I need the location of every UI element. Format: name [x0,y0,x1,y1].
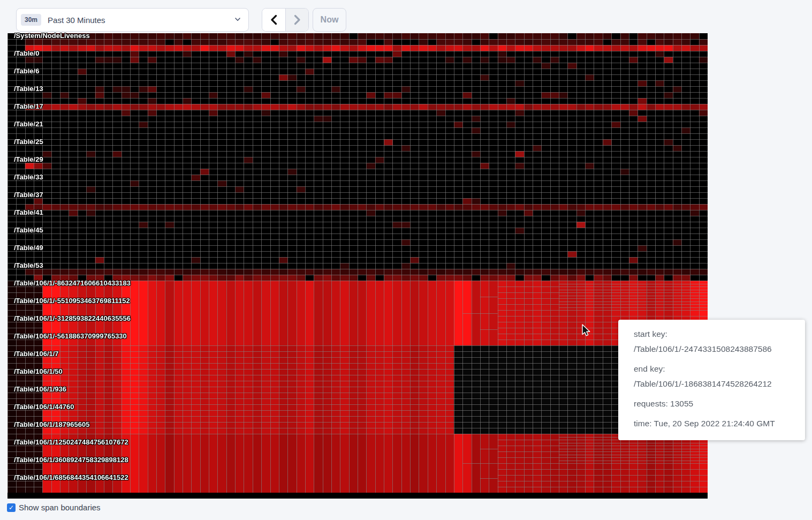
show-span-boundaries-checkbox[interactable]: ✓ [7,503,16,512]
tooltip-requests: requests: 13055 [634,396,796,411]
forward-button[interactable] [285,9,308,31]
tooltip-time: time: Tue, 20 Sep 2022 21:24:40 GMT [634,416,796,431]
tooltip-end-key: end key: /Table/106/1/-18683814745282642… [634,361,796,391]
tooltip-start-key: start key: /Table/106/1/-247433150824388… [634,327,796,357]
check-icon: ✓ [9,504,14,511]
time-range-select[interactable]: 30m Past 30 Minutes [16,8,249,32]
now-button[interactable]: Now [313,8,346,32]
back-button[interactable] [262,9,285,31]
footer: ✓ Show span boundaries [7,503,101,512]
time-range-badge: 30m [21,14,41,26]
time-range-label: Past 30 Minutes [48,16,105,25]
time-nav-group [262,8,309,32]
chevron-right-icon [293,14,301,25]
show-span-boundaries-label: Show span boundaries [19,503,101,512]
cell-tooltip: start key: /Table/106/1/-247433150824388… [618,320,805,440]
chevron-down-icon [234,16,241,22]
toolbar: 30m Past 30 Minutes Now [0,0,812,33]
chevron-left-icon [270,14,278,25]
key-visualizer[interactable]: /System/NodeLiveness/Table/0/Table/6/Tab… [7,33,708,499]
heatmap-canvas[interactable] [7,33,708,499]
